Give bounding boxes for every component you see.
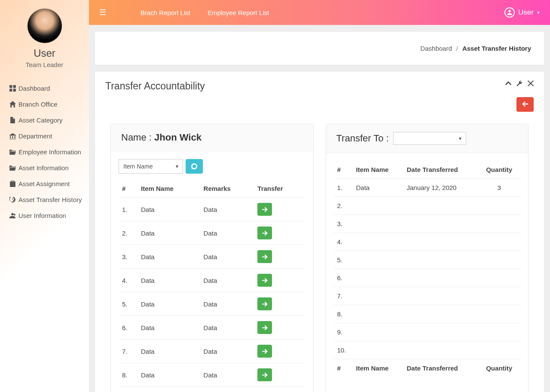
row-date xyxy=(403,341,478,359)
history-icon xyxy=(9,196,16,203)
transfer-button[interactable] xyxy=(257,250,272,263)
row-num: 10. xyxy=(334,341,353,359)
sidebar-item-employee-information[interactable]: Employee Information xyxy=(9,144,89,160)
transfer-button[interactable] xyxy=(257,203,272,216)
transfer-to-select[interactable] xyxy=(393,132,466,145)
row-item xyxy=(353,233,403,251)
transfer-button[interactable] xyxy=(257,227,272,239)
table-row: 4. xyxy=(334,233,521,251)
row-date xyxy=(403,269,478,287)
back-button[interactable] xyxy=(516,97,534,112)
row-num: 9. xyxy=(334,323,353,341)
name-prefix: Name : xyxy=(121,132,152,143)
sidebar-nav: DashboardBranch OfficeAsset CategoryDepa… xyxy=(0,71,89,224)
row-item: Data xyxy=(138,292,200,316)
table-row: 3. xyxy=(334,215,521,233)
row-date xyxy=(403,305,478,323)
row-item: Data xyxy=(138,269,200,292)
transfer-card-body: #Item NameDate TransferredQuantity 1.Dat… xyxy=(326,153,529,380)
breadcrumb-root[interactable]: Dashboard xyxy=(420,45,452,52)
row-num: 6. xyxy=(334,269,353,287)
row-date xyxy=(403,323,478,341)
topbar: ☰ Brach Report List Employee Report List… xyxy=(89,0,550,25)
sidebar-item-department[interactable]: Department xyxy=(9,128,89,144)
col-header: Quantity xyxy=(478,359,520,377)
sidebar-item-label: User Information xyxy=(18,212,66,219)
row-num: 5. xyxy=(334,251,353,269)
sidebar-item-asset-transfer-history[interactable]: Asset Transfer History xyxy=(9,192,89,208)
row-transfer xyxy=(254,269,305,292)
filter-select[interactable]: Item Name xyxy=(119,159,183,174)
transfer-table: #Item NameDate TransferredQuantity 1.Dat… xyxy=(334,161,521,377)
row-remarks: Data xyxy=(200,269,254,292)
row-num: 9. xyxy=(119,387,138,392)
table-row: 3.DataData xyxy=(119,245,306,269)
wrench-icon[interactable] xyxy=(516,80,522,88)
row-remarks: Data xyxy=(200,363,254,387)
collapse-icon[interactable] xyxy=(505,80,511,88)
sidebar-item-user-information[interactable]: User Information xyxy=(9,208,89,224)
row-transfer xyxy=(254,198,305,221)
row-qty xyxy=(478,305,520,323)
col-header: Remarks xyxy=(200,180,254,198)
topbar-user-label: User xyxy=(518,8,534,17)
sidebar-item-branch-office[interactable]: Branch Office xyxy=(9,96,89,112)
table-row: 7. xyxy=(334,287,521,305)
filter-select-value: Item Name xyxy=(123,163,153,170)
close-icon[interactable] xyxy=(528,80,534,88)
bank-icon xyxy=(9,133,16,139)
row-transfer xyxy=(254,363,305,387)
sidebar-item-label: Asset Category xyxy=(18,116,63,124)
search-button[interactable] xyxy=(186,159,203,174)
sidebar-item-asset-category[interactable]: Asset Category xyxy=(9,112,89,128)
sidebar-item-label: Department xyxy=(18,132,52,140)
dashboard-icon xyxy=(9,85,16,92)
clipboard-icon xyxy=(9,181,16,187)
hamburger-icon[interactable]: ☰ xyxy=(99,8,106,17)
transfer-button[interactable] xyxy=(257,274,272,287)
row-item: Data xyxy=(138,387,200,392)
user-role: Team Leader xyxy=(0,61,89,68)
row-date xyxy=(403,215,478,233)
row-num: 4. xyxy=(119,269,138,292)
row-transfer xyxy=(254,340,305,363)
col-header: Item Name xyxy=(353,359,403,377)
transfer-button[interactable] xyxy=(257,297,272,310)
row-remarks: Data xyxy=(200,292,254,316)
row-num: 4. xyxy=(334,233,353,251)
transfer-button[interactable] xyxy=(257,321,272,334)
row-num: 2. xyxy=(334,197,353,215)
transfer-button[interactable] xyxy=(257,345,272,358)
table-row: 5.DataData xyxy=(119,292,306,316)
row-qty xyxy=(478,215,520,233)
user-icon xyxy=(504,7,515,18)
sidebar-item-dashboard[interactable]: Dashboard xyxy=(9,80,89,96)
sidebar-item-asset-information[interactable]: Asset Information xyxy=(9,160,89,176)
row-item xyxy=(353,215,403,233)
row-date xyxy=(403,197,478,215)
top-link-employee-report[interactable]: Employee Report List xyxy=(208,9,269,16)
row-num: 7. xyxy=(334,287,353,305)
row-remarks: Data xyxy=(200,221,254,245)
table-row: 8. xyxy=(334,305,521,323)
row-item xyxy=(353,287,403,305)
col-header: Quantity xyxy=(478,161,520,179)
top-link-branch-report[interactable]: Brach Report List xyxy=(141,9,190,16)
row-item xyxy=(353,251,403,269)
row-qty: 3 xyxy=(478,179,520,197)
transfer-to-label: Transfer To : xyxy=(336,133,389,144)
topbar-user-menu[interactable]: User ▾ xyxy=(504,7,540,18)
users-icon xyxy=(9,212,16,219)
row-item xyxy=(353,341,403,359)
transfer-button[interactable] xyxy=(257,368,272,381)
row-item: Data xyxy=(353,179,403,197)
row-qty xyxy=(478,269,520,287)
home-icon xyxy=(9,101,16,107)
avatar xyxy=(28,9,62,43)
sidebar-item-label: Asset Transfer History xyxy=(18,196,82,203)
sidebar-item-asset-assignment[interactable]: Asset Assignment xyxy=(9,176,89,192)
row-qty xyxy=(478,341,520,359)
row-qty xyxy=(478,197,520,215)
col-header: # xyxy=(334,359,353,377)
table-row: 2.DataData xyxy=(119,221,306,245)
